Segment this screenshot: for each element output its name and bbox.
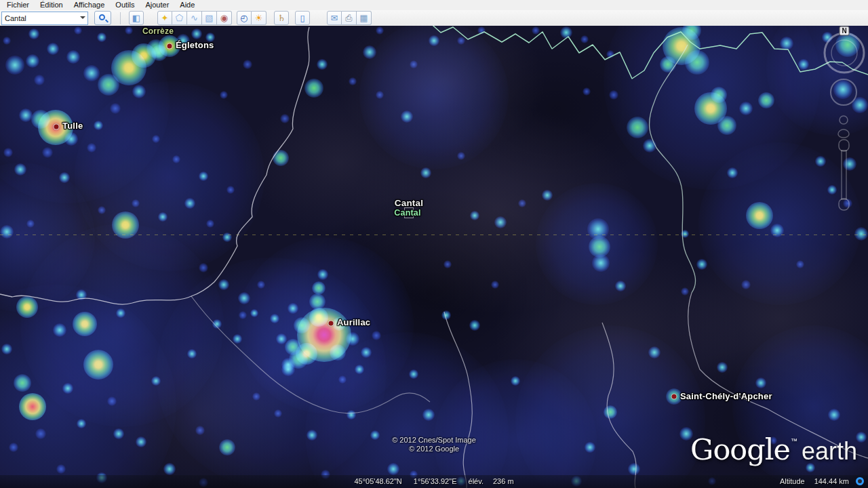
toolbar: ◧✦⬠∿▧◉◴☀♄▯✉⎙▦ bbox=[0, 10, 868, 26]
menu-affichage[interactable]: Affichage bbox=[68, 0, 111, 10]
add-placemark-button[interactable]: ✦ bbox=[157, 11, 172, 25]
record-tour-button[interactable]: ◉ bbox=[217, 11, 232, 25]
search-button[interactable] bbox=[94, 11, 111, 25]
menu-edition[interactable]: Édition bbox=[35, 0, 68, 10]
add-image-overlay-button[interactable]: ▧ bbox=[202, 11, 217, 25]
toolbar-button-groups: ◧✦⬠∿▧◉◴☀♄▯✉⎙▦ bbox=[121, 11, 372, 25]
historical-imagery-button[interactable]: ◴ bbox=[237, 11, 252, 25]
status-altitude: Altitude144.44 km bbox=[780, 477, 864, 485]
altitude-label: Altitude bbox=[780, 477, 805, 485]
toolbar-group: ♄ bbox=[274, 11, 289, 25]
add-path-button[interactable]: ∿ bbox=[187, 11, 202, 25]
pan-joystick-base[interactable] bbox=[838, 129, 849, 138]
zoom-slider-track[interactable] bbox=[842, 150, 846, 199]
print-button[interactable]: ⎙ bbox=[342, 11, 357, 25]
planets-icon: ♄ bbox=[277, 14, 285, 22]
save-image-icon: ▦ bbox=[359, 14, 368, 22]
logo-google-text: Google bbox=[690, 432, 790, 466]
label-egletons[interactable]: Égletons bbox=[176, 40, 214, 50]
compass-ring[interactable] bbox=[825, 33, 864, 73]
sidebar-toggle-icon: ◧ bbox=[132, 14, 140, 22]
add-polygon-button[interactable]: ⬠ bbox=[172, 11, 187, 25]
toolbar-group: ◧ bbox=[129, 11, 144, 25]
sunlight-icon: ☀ bbox=[255, 14, 263, 22]
search-input[interactable] bbox=[1, 12, 88, 25]
navigation-controls: N bbox=[807, 0, 868, 224]
status-latitude: 45°05'48.62"N bbox=[354, 477, 401, 485]
toolbar-group: ✉⎙▦ bbox=[327, 11, 372, 25]
label-aurillac[interactable]: Aurillac bbox=[337, 317, 370, 327]
add-polygon-icon: ⬠ bbox=[176, 14, 183, 22]
menu-ajouter[interactable]: Ajouter bbox=[140, 0, 174, 10]
email-button[interactable]: ✉ bbox=[327, 11, 342, 25]
status-coordinates: 45°05'48.62"N 1°56'33.92"E élév.236 m bbox=[0, 477, 868, 485]
label-cantal-search-result[interactable]: Cantal bbox=[394, 208, 420, 218]
label-cantal-dept: Cantal bbox=[395, 198, 423, 208]
label-aurillac-placemark-dot[interactable] bbox=[329, 321, 334, 326]
label-correze: Corrèze bbox=[142, 26, 174, 36]
altitude-value: 144.44 km bbox=[814, 477, 849, 485]
label-egletons-placemark-dot[interactable] bbox=[167, 44, 172, 49]
zoom-in-button[interactable] bbox=[839, 140, 849, 151]
status-bar: 45°05'48.62"N 1°56'33.92"E élév.236 m Al… bbox=[0, 475, 868, 488]
toolbar-group: ▯ bbox=[295, 11, 310, 25]
add-path-icon: ∿ bbox=[191, 14, 198, 22]
search-icon-handle bbox=[105, 20, 108, 23]
planets-button[interactable]: ♄ bbox=[274, 11, 289, 25]
status-elevation-value: 236 m bbox=[493, 477, 514, 485]
toolbar-group: ✦⬠∿▧◉ bbox=[157, 11, 232, 25]
logo-earth-text: earth bbox=[802, 437, 857, 465]
label-tulle[interactable]: Tulle bbox=[62, 121, 83, 131]
search-icon bbox=[99, 14, 105, 20]
record-tour-icon: ◉ bbox=[220, 14, 228, 22]
menu-aide[interactable]: Aide bbox=[174, 0, 200, 10]
pan-joystick-head[interactable] bbox=[840, 116, 848, 124]
save-image-button[interactable]: ▦ bbox=[357, 11, 372, 25]
email-icon: ✉ bbox=[331, 14, 338, 22]
compass-inner-ring[interactable] bbox=[831, 40, 857, 66]
menu-bar: FichierÉditionAffichageOutilsAjouterAide bbox=[0, 0, 868, 10]
add-placemark-icon: ✦ bbox=[161, 14, 169, 22]
add-image-overlay-icon: ▧ bbox=[205, 14, 213, 22]
streaming-indicator-icon bbox=[856, 477, 864, 485]
sunlight-button[interactable]: ☀ bbox=[252, 11, 267, 25]
combobox-dropdown-arrow-icon[interactable] bbox=[80, 16, 85, 19]
search-combobox[interactable] bbox=[0, 12, 88, 25]
sidebar-toggle-button[interactable]: ◧ bbox=[129, 11, 144, 25]
ruler-icon: ▯ bbox=[300, 14, 304, 22]
status-elevation-label: élév. bbox=[469, 477, 484, 485]
google-earth-window: CorrèzeÉgletonsTulleCantalCantalAurillac… bbox=[0, 0, 868, 488]
google-earth-logo: Google™earth bbox=[690, 432, 857, 466]
map-viewport[interactable]: CorrèzeÉgletonsTulleCantalCantalAurillac… bbox=[0, 0, 868, 488]
status-longitude: 1°56'33.92"E bbox=[414, 477, 457, 485]
menu-fichier[interactable]: Fichier bbox=[1, 0, 35, 10]
window-chrome: FichierÉditionAffichageOutilsAjouterAide… bbox=[0, 0, 868, 26]
zoom-out-button[interactable] bbox=[839, 199, 849, 210]
label-tulle-placemark-dot[interactable] bbox=[54, 125, 59, 129]
print-icon: ⎙ bbox=[345, 14, 352, 22]
label-saint-chely[interactable]: Saint-Chély-d'Apcher bbox=[680, 391, 772, 401]
label-saint-chely-placemark-dot[interactable] bbox=[672, 394, 677, 399]
logo-trademark: ™ bbox=[791, 437, 797, 445]
map-labels-layer: CorrèzeÉgletonsTulleCantalCantalAurillac… bbox=[0, 0, 868, 488]
compass-north-label: N bbox=[842, 27, 846, 35]
look-joystick-ring[interactable] bbox=[831, 79, 856, 105]
menu-outils[interactable]: Outils bbox=[110, 0, 140, 10]
ruler-button[interactable]: ▯ bbox=[295, 11, 310, 25]
toolbar-group: ◴☀ bbox=[237, 11, 267, 25]
historical-imagery-icon: ◴ bbox=[240, 14, 248, 22]
